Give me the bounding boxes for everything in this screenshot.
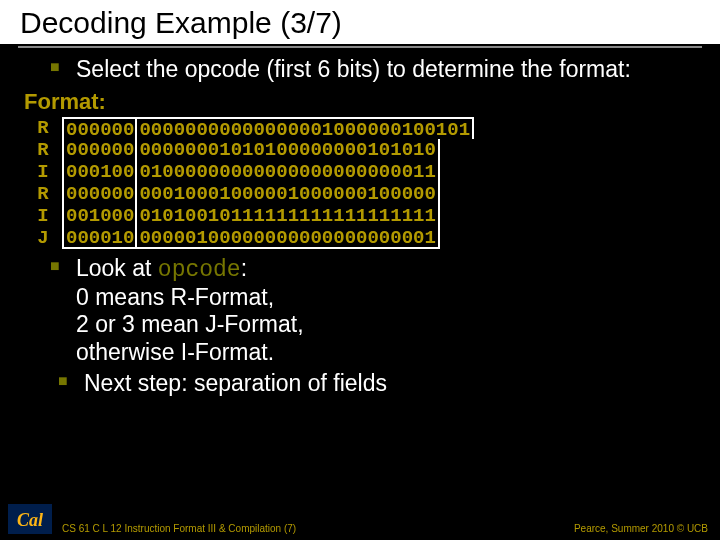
text: 0 means R-Format, (76, 284, 274, 310)
opcode-bits: 000000 (62, 183, 135, 205)
opcode-bits: 000010 (62, 227, 135, 249)
bits-box: 00000000000000000000001000000100101 0000… (62, 117, 474, 249)
opcode-keyword: opcode (158, 257, 241, 283)
bit-row: 00100001010010111111111111111111 (62, 205, 474, 227)
slide-body: Select the opcode (first 6 bits) to dete… (0, 48, 720, 397)
text: Look at (76, 255, 158, 281)
fmt-label: I (34, 161, 52, 183)
fmt-label: R (34, 139, 52, 161)
binary-table: R R I R I J 0000000000000000000000100000… (34, 117, 690, 249)
bit-row: 00001000000100000000000000000001 (62, 227, 474, 249)
fmt-label: R (34, 183, 52, 205)
text: : (241, 255, 247, 281)
fmt-label: J (34, 227, 52, 249)
fmt-label: R (34, 117, 52, 139)
bit-row: 00000000000000000000001000000100101 (62, 117, 474, 139)
footer-left-wrap: Cal CS 61 C L 12 Instruction Format III … (8, 504, 296, 534)
bit-row: 00000000010001000001000000100000 (62, 183, 474, 205)
slide: Decoding Example (3/7) Select the opcode… (0, 0, 720, 540)
cal-logo-icon: Cal (8, 504, 52, 534)
rest-bits: 00000000000000001000000100101 (135, 117, 474, 139)
rest-bits: 00000100000000000000000001 (135, 227, 439, 249)
rest-bits: 00010001000001000000100000 (135, 183, 439, 205)
fmt-label: I (34, 205, 52, 227)
slide-footer: Cal CS 61 C L 12 Instruction Format III … (0, 504, 720, 534)
footer-left-text: CS 61 C L 12 Instruction Format III & Co… (62, 523, 296, 534)
rest-bits: 01010010111111111111111111 (135, 205, 439, 227)
opcode-bits: 000000 (62, 139, 135, 161)
rest-bits: 00000001010100000000101010 (135, 139, 439, 161)
opcode-bits: 000100 (62, 161, 135, 183)
bullet-text: Select the opcode (first 6 bits) to dete… (76, 56, 631, 82)
bit-row: 00010001000000000000000000000011 (62, 161, 474, 183)
text: 2 or 3 mean J-Format, (76, 311, 304, 337)
opcode-bits: 001000 (62, 205, 135, 227)
slide-title: Decoding Example (3/7) (0, 0, 720, 46)
bullet-next-step: Next step: separation of fields (58, 370, 690, 397)
text: otherwise I-Format. (76, 339, 274, 365)
opcode-bits: 000000 (62, 117, 135, 139)
bullet-text: Next step: separation of fields (84, 370, 387, 396)
bullet-select-opcode: Select the opcode (first 6 bits) to dete… (50, 56, 690, 83)
footer-right-text: Pearce, Summer 2010 © UCB (574, 523, 708, 534)
bit-row: 00000000000001010100000000101010 (62, 139, 474, 161)
format-column: R R I R I J (34, 117, 52, 249)
bullet-look-at-opcode: Look at opcode: 0 means R-Format, 2 or 3… (50, 255, 690, 366)
format-heading: Format: (24, 89, 690, 115)
svg-text:Cal: Cal (17, 510, 43, 530)
rest-bits: 01000000000000000000000011 (135, 161, 439, 183)
